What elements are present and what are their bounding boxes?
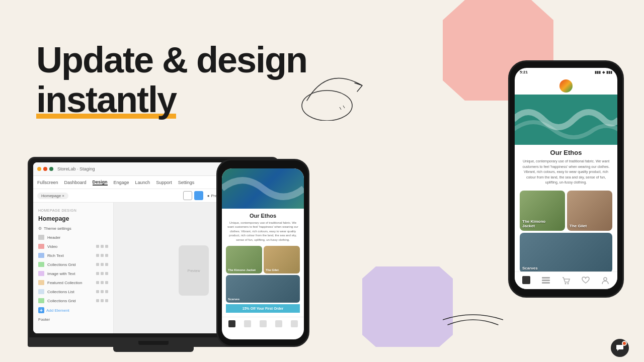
- nav-support[interactable]: Support: [156, 180, 172, 185]
- svg-rect-3: [542, 277, 550, 279]
- imgtext-icon: [38, 271, 44, 276]
- bg-shape-purple: [362, 266, 453, 347]
- sidebar-item-header-label: Header: [47, 235, 60, 240]
- wifi-icon: ◈: [602, 70, 605, 74]
- phone-center-content: Our Ethos Unique, contemporary use of tr…: [222, 168, 304, 339]
- desktop-icon[interactable]: [183, 191, 192, 200]
- phone-nav-home[interactable]: [228, 320, 235, 327]
- dot-green: [49, 167, 53, 171]
- laptop-stand: [113, 347, 194, 352]
- mobile-icon[interactable]: [194, 191, 203, 200]
- nav-launch[interactable]: Launch: [135, 180, 150, 185]
- dot-yellow: [37, 167, 41, 171]
- chat-notification-dot: [622, 341, 627, 346]
- svg-point-8: [604, 278, 607, 281]
- richtext-icon: [38, 253, 44, 258]
- phone-grid-row2: Scarves: [226, 275, 300, 303]
- sidebar-item-featured-label: Featured Collection: [47, 281, 82, 285]
- phone-center-text: Unique, contemporary use of traditional …: [226, 221, 300, 242]
- phone-right-hero: [515, 95, 617, 145]
- app-title: StoreLab · Staging: [57, 166, 95, 171]
- svg-rect-4: [542, 280, 550, 281]
- phone-grid-item-3: Scarves: [226, 275, 300, 303]
- app-dots: [37, 167, 53, 171]
- phone-right-nav-cart[interactable]: [561, 276, 571, 285]
- add-element-btn[interactable]: + Add Element: [38, 307, 108, 313]
- phone-nav-list[interactable]: [244, 320, 251, 327]
- phone-center-screen: Our Ethos Unique, contemporary use of tr…: [222, 168, 304, 339]
- sidebar-item-richtext[interactable]: Rich Text: [33, 251, 113, 260]
- collist-icon: [38, 289, 44, 294]
- sidebar-item-video-label: Video: [47, 244, 57, 249]
- phone-right-frame: 5:21 ▮▮▮ ◈ ▮▮▮: [508, 60, 624, 298]
- phone-nav-fav[interactable]: [275, 320, 282, 327]
- phone-center-nav: [222, 317, 304, 330]
- sidebar-item-colgrid1[interactable]: Collections Grid: [33, 260, 113, 269]
- nav-settings[interactable]: Settings: [178, 180, 195, 185]
- phone-right-nav-user[interactable]: [601, 276, 610, 285]
- deco-arrow: [297, 60, 387, 123]
- colgrid2-icon: [38, 298, 44, 303]
- add-element-label: Add Element: [46, 308, 69, 313]
- sidebar-item-featured[interactable]: Featured Collection: [33, 278, 113, 287]
- header-icon: [38, 235, 44, 240]
- hero-title-line2-text: instantly: [36, 79, 176, 120]
- phone-center-banner: 15% Off Your First Order: [226, 304, 300, 313]
- phone-right-grid-3: Scarves: [520, 233, 612, 273]
- grid-label-2: The Gilet: [266, 268, 279, 272]
- grid-label-1: The Kimono Jacket: [228, 268, 256, 272]
- nav-design[interactable]: Design: [93, 179, 108, 186]
- phone-right-nav-home[interactable]: [522, 276, 531, 285]
- phone-right-label-2: The Gilet: [570, 224, 610, 228]
- phone-right-grid-1: The KimonoJacket: [520, 191, 565, 231]
- sidebar-item-colgrid1-label: Collections Grid: [47, 262, 75, 267]
- nav-fullscreen[interactable]: Fullscreen: [37, 180, 58, 185]
- chat-bubble[interactable]: [611, 339, 629, 357]
- sidebar-item-collist-label: Collections List: [47, 290, 74, 294]
- sidebar-item-header[interactable]: Header: [33, 233, 113, 242]
- dot-red: [43, 167, 47, 171]
- sidebar-item-imgtext[interactable]: Image with Text: [33, 269, 113, 278]
- phone-right-screen: 5:21 ▮▮▮ ◈ ▮▮▮: [515, 68, 617, 289]
- homepage-tab[interactable]: Homepage ×: [37, 193, 68, 199]
- phone-center-grid: The Kimono Jacket The Gilet: [226, 246, 300, 274]
- hero-text: Update & design instantly: [36, 40, 307, 120]
- sidebar-item-video[interactable]: Video: [33, 242, 113, 251]
- app-sidebar: HOMEPAGE DESIGN Homepage ⚙ Theme setting…: [33, 203, 114, 333]
- laptop-notch: [138, 341, 169, 345]
- phone-right-label-3: Scarves: [522, 266, 610, 270]
- sidebar-item-imgtext-label: Image with Text: [47, 272, 75, 276]
- hero-title-line1: Update & design: [36, 40, 307, 80]
- theme-settings-row[interactable]: ⚙ Theme settings: [33, 225, 113, 233]
- phone-right-mockup: 5:21 ▮▮▮ ◈ ▮▮▮: [508, 60, 624, 298]
- footer-label: Footer: [38, 317, 50, 322]
- sidebar-item-richtext-label: Rich Text: [47, 253, 64, 258]
- phone-right-content: 5:21 ▮▮▮ ◈ ▮▮▮: [515, 68, 617, 289]
- phone-right-logo: [559, 79, 573, 93]
- phone-right-body: Our Ethos Unique, contemporary use of tr…: [515, 149, 617, 287]
- deco-lines: [443, 310, 503, 332]
- phone-center-hero: [222, 168, 304, 209]
- canvas-placeholder: Preview: [179, 245, 209, 296]
- svg-point-6: [565, 283, 566, 285]
- sidebar-item-collist[interactable]: Collections List: [33, 287, 113, 296]
- phone-nav-cart[interactable]: [260, 320, 267, 327]
- svg-rect-2: [522, 276, 530, 284]
- phone-right-grid-row2: Scarves: [520, 233, 612, 273]
- phone-right-label-1: The KimonoJacket: [522, 219, 562, 228]
- signal-icon: ▮▮▮: [595, 70, 601, 74]
- phone-right-nav-fav[interactable]: [581, 276, 590, 285]
- nav-dashboard[interactable]: Dashboard: [64, 180, 87, 185]
- phone-right-time: 5:21: [520, 70, 528, 74]
- sidebar-item-colgrid2[interactable]: Collections Grid: [33, 296, 113, 305]
- phone-nav-user[interactable]: [291, 320, 298, 327]
- phone-center-body: Our Ethos Unique, contemporary use of tr…: [222, 209, 304, 317]
- sidebar-footer-item[interactable]: Footer: [33, 315, 113, 324]
- grid-label-3: Scarves: [228, 298, 239, 301]
- phone-right-nav-list[interactable]: [542, 276, 551, 285]
- nav-engage[interactable]: Engage: [114, 180, 129, 185]
- svg-point-0: [302, 90, 352, 121]
- phone-right-title: Our Ethos: [520, 149, 612, 156]
- phone-center-mockup: Our Ethos Unique, contemporary use of tr…: [216, 159, 309, 347]
- phone-right-grid: The KimonoJacket The Gilet: [520, 191, 612, 231]
